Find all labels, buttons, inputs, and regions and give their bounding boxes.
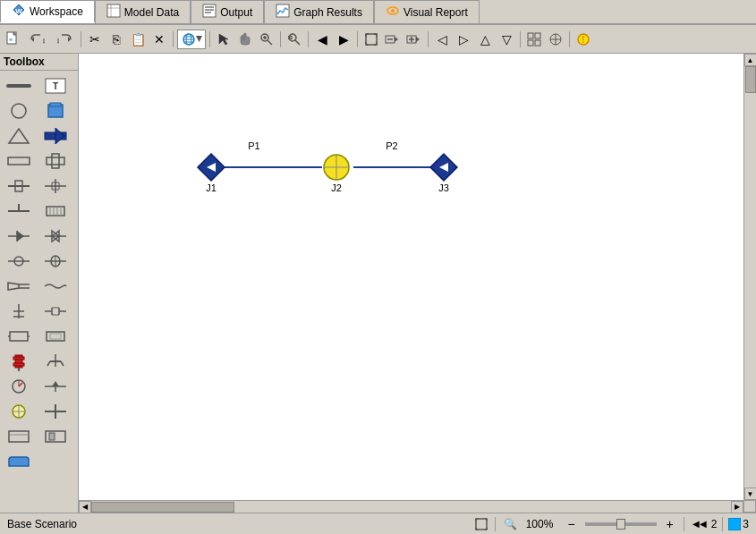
svg-rect-34	[288, 36, 293, 38]
svg-text:≋: ≋	[9, 37, 13, 42]
delete-button[interactable]: ✕	[149, 30, 169, 49]
select-tool-button[interactable]	[214, 30, 234, 49]
node-j2[interactable]: J2	[324, 155, 349, 193]
toolbox-butterfly-valve[interactable]	[40, 250, 71, 273]
toolbox-cross-fitting[interactable]	[40, 400, 71, 423]
scroll-thumb-horizontal[interactable]	[91, 502, 234, 513]
svg-rect-66	[50, 103, 61, 106]
toolbox-check-valve[interactable]	[4, 225, 34, 248]
scrollbar-horizontal[interactable]: ◀ ▶	[79, 500, 743, 513]
toolbox-anchor[interactable]	[4, 300, 34, 323]
tab-model-data[interactable]: Model Data	[95, 0, 191, 23]
zoom-tool-button[interactable]	[257, 30, 276, 49]
svg-text:!: !	[582, 35, 584, 45]
sep9	[569, 31, 570, 47]
tab-workspace[interactable]: W Workspace	[0, 0, 95, 23]
copy-button[interactable]: ⎘	[106, 30, 126, 49]
status-bar: Base Scenario 🔍 100% − +	[0, 513, 756, 534]
fit-button[interactable]	[361, 30, 381, 49]
toolbox-tray[interactable]	[4, 450, 34, 473]
cut-button[interactable]: ✂	[85, 30, 105, 49]
tab-visual-report[interactable]: Visual Report	[374, 0, 480, 23]
node-j1[interactable]: J1	[198, 154, 225, 193]
svg-marker-46	[395, 37, 398, 42]
toolbox-flex-pipe[interactable]	[40, 275, 71, 298]
model-data-icon	[106, 4, 121, 21]
scroll-left-button[interactable]: ◀	[79, 501, 91, 513]
main-area: Toolbox T	[0, 54, 756, 513]
svg-rect-115	[13, 363, 24, 366]
indicator-value: 3	[743, 518, 749, 530]
toolbox-tee[interactable]	[4, 199, 34, 223]
zoom-slider[interactable]	[585, 522, 657, 526]
fit-screen-button[interactable]	[473, 516, 489, 532]
tab-bar: W Workspace Model Data Output	[0, 0, 756, 25]
scroll-thumb-vertical[interactable]	[745, 66, 756, 93]
toolbox-triangle[interactable]	[4, 124, 34, 148]
toolbox-gauge[interactable]	[4, 375, 34, 398]
tab-output[interactable]: Output	[191, 0, 264, 23]
find-button[interactable]	[285, 30, 304, 49]
svg-rect-133	[9, 431, 29, 442]
svg-rect-108	[10, 332, 28, 341]
scroll-right-button[interactable]: ▶	[731, 501, 743, 513]
zoom-out-toolbar-button[interactable]	[383, 30, 403, 49]
toolbox-reducer[interactable]	[4, 275, 34, 298]
canvas-area[interactable]: J1 J2 J3 P1 P2	[79, 54, 756, 513]
toolbox-box-c[interactable]	[4, 425, 34, 448]
toolbox-text[interactable]: T	[40, 74, 71, 97]
toolbox-rect-pipe[interactable]	[4, 149, 34, 173]
scrollbar-vertical[interactable]: ▲ ▼	[743, 54, 756, 500]
arrow-left-button[interactable]: ◀	[312, 30, 332, 49]
toolbox-tank[interactable]	[40, 99, 71, 123]
svg-rect-5	[203, 4, 216, 17]
svg-rect-53	[535, 33, 540, 38]
pan-tool-button[interactable]	[235, 30, 255, 49]
toolbox-expansion-joint[interactable]	[40, 300, 71, 323]
toolbox-circle-junction[interactable]	[4, 400, 34, 423]
tab-graph-results-label: Graph Results	[293, 6, 362, 19]
toolbox-gate-valve[interactable]	[40, 225, 71, 248]
toolbox-circle-node[interactable]	[4, 99, 34, 123]
toolbox-fire-hydrant[interactable]	[4, 350, 34, 373]
toolbox-pipe[interactable]	[4, 74, 34, 97]
toolbox-heat-exchanger[interactable]	[40, 199, 71, 223]
extra-btn1[interactable]	[524, 30, 544, 49]
status-right: 🔍 100% − + ◀◀ 2 3	[473, 514, 749, 534]
scroll-track-vertical[interactable]	[744, 66, 757, 487]
toolbox-ball-valve[interactable]	[4, 250, 34, 273]
paste-button[interactable]: 📋	[128, 30, 148, 49]
zoom-in-toolbar-button[interactable]	[404, 30, 424, 49]
arrow-right-button[interactable]: ▶	[334, 30, 353, 49]
extra-btn2[interactable]	[546, 30, 565, 49]
tab-graph-results[interactable]: Graph Results	[264, 0, 374, 23]
toolbox-box-b[interactable]	[40, 325, 71, 348]
scroll-down-button[interactable]: ▼	[744, 487, 757, 500]
toolbox-valve[interactable]	[4, 174, 34, 198]
toolbox-sprinkler[interactable]	[40, 350, 71, 373]
scroll-up-button[interactable]: ▲	[744, 54, 757, 66]
toolbox-pump[interactable]	[40, 124, 71, 148]
pan-right-button[interactable]: ▷	[454, 30, 473, 49]
new-button[interactable]: ≋	[4, 30, 23, 49]
toolbox: Toolbox T	[0, 54, 79, 513]
hint-button[interactable]: !	[573, 30, 593, 49]
toolbox-box-d[interactable]	[40, 425, 71, 448]
toolbox-elbow[interactable]	[40, 149, 71, 173]
redo-button[interactable]	[52, 30, 77, 49]
pan-left-button[interactable]: ◁	[432, 30, 452, 49]
pan-down-button[interactable]: ▽	[497, 30, 516, 49]
pan-up-button[interactable]: △	[475, 30, 495, 49]
undo-button[interactable]	[25, 30, 50, 49]
zoom-plus-button[interactable]: +	[662, 516, 678, 532]
svg-line-33	[295, 40, 300, 45]
nav-left-button[interactable]: ◀◀	[690, 514, 709, 534]
zoom-minus-button[interactable]: −	[564, 516, 580, 532]
zoom-slider-thumb[interactable]	[616, 519, 625, 530]
toolbox-cross-valve[interactable]	[40, 174, 71, 198]
options-dropdown[interactable]	[177, 30, 206, 49]
scroll-track-horizontal[interactable]	[91, 501, 731, 513]
node-j3[interactable]: J3	[430, 154, 457, 193]
toolbox-box-a[interactable]	[4, 325, 34, 348]
toolbox-pressure-valve[interactable]	[40, 375, 71, 398]
